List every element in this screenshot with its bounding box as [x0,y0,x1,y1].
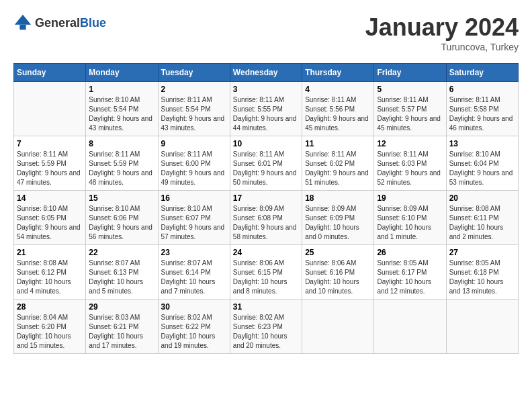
day-number: 23 [161,248,227,257]
day-info: Sunrise: 8:07 AM Sunset: 6:13 PM Dayligh… [89,259,154,296]
logo-text: GeneralBlue [35,16,106,30]
calendar-week-row: 21Sunrise: 8:08 AM Sunset: 6:12 PM Dayli… [14,245,519,300]
day-info: Sunrise: 8:08 AM Sunset: 6:12 PM Dayligh… [17,259,83,296]
calendar-cell: 14Sunrise: 8:10 AM Sunset: 6:05 PM Dayli… [14,191,86,245]
calendar-cell: 7Sunrise: 8:11 AM Sunset: 5:59 PM Daylig… [14,136,86,191]
day-number: 8 [89,139,154,148]
weekday-header-friday: Friday [374,64,446,82]
calendar-cell: 28Sunrise: 8:04 AM Sunset: 6:20 PM Dayli… [14,300,86,354]
calendar-cell: 19Sunrise: 8:09 AM Sunset: 6:10 PM Dayli… [374,191,446,245]
month-title: January 2024 [365,13,519,42]
calendar-cell: 22Sunrise: 8:07 AM Sunset: 6:13 PM Dayli… [86,245,158,300]
day-number: 24 [233,248,299,257]
calendar-cell: 1Sunrise: 8:10 AM Sunset: 5:54 PM Daylig… [86,82,158,136]
day-info: Sunrise: 8:09 AM Sunset: 6:08 PM Dayligh… [233,204,299,242]
day-info: Sunrise: 8:10 AM Sunset: 6:07 PM Dayligh… [161,204,227,242]
calendar-cell: 3Sunrise: 8:11 AM Sunset: 5:55 PM Daylig… [230,82,302,136]
day-info: Sunrise: 8:11 AM Sunset: 6:01 PM Dayligh… [233,150,299,187]
day-info: Sunrise: 8:11 AM Sunset: 5:56 PM Dayligh… [305,95,371,133]
location: Turuncova, Turkey [365,42,519,52]
day-info: Sunrise: 8:11 AM Sunset: 5:59 PM Dayligh… [89,150,154,187]
day-number: 10 [233,139,299,148]
calendar-cell: 25Sunrise: 8:06 AM Sunset: 6:16 PM Dayli… [302,245,374,300]
page-header: GeneralBlue January 2024 Turuncova, Turk… [13,13,519,52]
calendar-cell: 5Sunrise: 8:11 AM Sunset: 5:57 PM Daylig… [374,82,446,136]
logo-blue: Blue [80,16,106,30]
calendar-cell: 9Sunrise: 8:11 AM Sunset: 6:00 PM Daylig… [158,136,230,191]
day-number: 6 [449,85,515,94]
calendar-cell [446,300,518,354]
calendar-cell [374,300,446,354]
day-number: 14 [17,193,83,203]
day-number: 19 [377,193,443,203]
weekday-header-sunday: Sunday [14,64,86,82]
day-info: Sunrise: 8:02 AM Sunset: 6:23 PM Dayligh… [233,313,299,351]
day-info: Sunrise: 8:05 AM Sunset: 6:18 PM Dayligh… [449,259,515,296]
day-number: 4 [305,85,371,94]
day-info: Sunrise: 8:10 AM Sunset: 6:06 PM Dayligh… [89,204,154,242]
weekday-header-monday: Monday [86,64,158,82]
day-number: 2 [161,85,227,94]
calendar-cell: 6Sunrise: 8:11 AM Sunset: 5:58 PM Daylig… [446,82,518,136]
day-number: 7 [17,139,83,148]
day-number: 11 [305,139,371,148]
calendar-table: SundayMondayTuesdayWednesdayThursdayFrid… [13,63,519,354]
day-info: Sunrise: 8:06 AM Sunset: 6:16 PM Dayligh… [305,259,371,296]
day-number: 30 [161,302,227,312]
day-number: 16 [161,193,227,203]
calendar-week-row: 7Sunrise: 8:11 AM Sunset: 5:59 PM Daylig… [14,136,519,191]
calendar-cell: 23Sunrise: 8:07 AM Sunset: 6:14 PM Dayli… [158,245,230,300]
calendar-cell: 20Sunrise: 8:08 AM Sunset: 6:11 PM Dayli… [446,191,518,245]
day-info: Sunrise: 8:11 AM Sunset: 5:58 PM Dayligh… [449,95,515,133]
day-number: 15 [89,193,154,203]
calendar-cell: 13Sunrise: 8:10 AM Sunset: 6:04 PM Dayli… [446,136,518,191]
logo-general: General [35,16,80,30]
day-info: Sunrise: 8:08 AM Sunset: 6:11 PM Dayligh… [449,204,515,242]
weekday-header-wednesday: Wednesday [230,64,302,82]
day-info: Sunrise: 8:10 AM Sunset: 5:54 PM Dayligh… [89,95,154,133]
day-number: 1 [89,85,154,94]
calendar-cell: 21Sunrise: 8:08 AM Sunset: 6:12 PM Dayli… [14,245,86,300]
day-info: Sunrise: 8:11 AM Sunset: 5:59 PM Dayligh… [17,150,83,187]
calendar-week-row: 28Sunrise: 8:04 AM Sunset: 6:20 PM Dayli… [14,300,519,354]
day-info: Sunrise: 8:11 AM Sunset: 5:55 PM Dayligh… [233,95,299,133]
calendar-cell: 2Sunrise: 8:11 AM Sunset: 5:54 PM Daylig… [158,82,230,136]
calendar-cell: 18Sunrise: 8:09 AM Sunset: 6:09 PM Dayli… [302,191,374,245]
calendar-cell [302,300,374,354]
day-info: Sunrise: 8:11 AM Sunset: 6:02 PM Dayligh… [305,150,371,187]
day-info: Sunrise: 8:05 AM Sunset: 6:17 PM Dayligh… [377,259,443,296]
day-info: Sunrise: 8:09 AM Sunset: 6:09 PM Dayligh… [305,204,371,242]
logo: GeneralBlue [13,13,106,32]
calendar-cell: 11Sunrise: 8:11 AM Sunset: 6:02 PM Dayli… [302,136,374,191]
day-number: 31 [233,302,299,312]
day-info: Sunrise: 8:07 AM Sunset: 6:14 PM Dayligh… [161,259,227,296]
calendar-cell: 30Sunrise: 8:02 AM Sunset: 6:22 PM Dayli… [158,300,230,354]
day-number: 20 [449,193,515,203]
day-info: Sunrise: 8:11 AM Sunset: 5:57 PM Dayligh… [377,95,443,133]
day-number: 25 [305,248,371,257]
day-number: 17 [233,193,299,203]
weekday-header-row: SundayMondayTuesdayWednesdayThursdayFrid… [14,64,519,82]
calendar-cell: 16Sunrise: 8:10 AM Sunset: 6:07 PM Dayli… [158,191,230,245]
calendar-cell: 29Sunrise: 8:03 AM Sunset: 6:21 PM Dayli… [86,300,158,354]
day-info: Sunrise: 8:04 AM Sunset: 6:20 PM Dayligh… [17,313,83,351]
day-info: Sunrise: 8:02 AM Sunset: 6:22 PM Dayligh… [161,313,227,351]
calendar-cell: 15Sunrise: 8:10 AM Sunset: 6:06 PM Dayli… [86,191,158,245]
calendar-cell: 31Sunrise: 8:02 AM Sunset: 6:23 PM Dayli… [230,300,302,354]
calendar-cell: 12Sunrise: 8:11 AM Sunset: 6:03 PM Dayli… [374,136,446,191]
weekday-header-thursday: Thursday [302,64,374,82]
weekday-header-tuesday: Tuesday [158,64,230,82]
day-number: 21 [17,248,83,257]
day-number: 3 [233,85,299,94]
calendar-cell: 26Sunrise: 8:05 AM Sunset: 6:17 PM Dayli… [374,245,446,300]
day-number: 26 [377,248,443,257]
logo-icon [13,13,32,32]
calendar-cell: 24Sunrise: 8:06 AM Sunset: 6:15 PM Dayli… [230,245,302,300]
day-info: Sunrise: 8:10 AM Sunset: 6:05 PM Dayligh… [17,204,83,242]
svg-marker-0 [15,15,31,25]
day-number: 22 [89,248,154,257]
calendar-cell: 17Sunrise: 8:09 AM Sunset: 6:08 PM Dayli… [230,191,302,245]
calendar-cell: 8Sunrise: 8:11 AM Sunset: 5:59 PM Daylig… [86,136,158,191]
day-info: Sunrise: 8:09 AM Sunset: 6:10 PM Dayligh… [377,204,443,242]
title-block: January 2024 Turuncova, Turkey [365,13,519,52]
